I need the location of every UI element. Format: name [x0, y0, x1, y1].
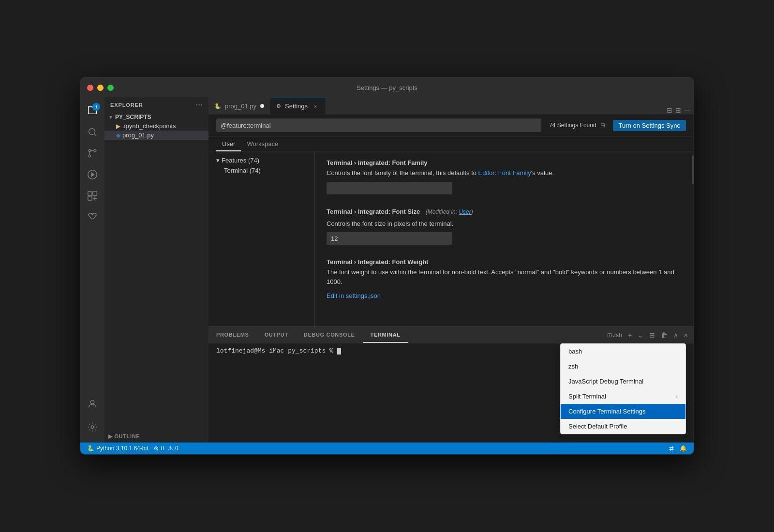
font-family-input-wrapper[interactable]	[327, 182, 452, 194]
activity-icon-account[interactable]	[83, 394, 102, 414]
sidebar-more-icon[interactable]: ···	[196, 101, 203, 109]
python-icon: 🐍	[87, 445, 94, 452]
terminal-tab-label: TERMINAL	[371, 332, 401, 338]
activity-bar: 1	[80, 97, 104, 443]
dropdown-item-zsh[interactable]: zsh	[561, 359, 685, 374]
filter-icon[interactable]: ⊟	[600, 122, 605, 129]
svg-rect-6	[88, 196, 92, 200]
explorer-badge: 1	[92, 103, 100, 111]
js-debug-label: JavaScript Debug Terminal	[568, 378, 643, 385]
tree-item-terminal[interactable]: Terminal (74)	[208, 165, 314, 176]
activity-icon-source-control[interactable]	[83, 144, 102, 163]
configure-label: Configure Terminal Settings	[568, 408, 645, 415]
scrollbar-track[interactable]	[690, 151, 694, 326]
activity-icon-extensions[interactable]	[83, 186, 102, 206]
tab-settings[interactable]: ⚙ Settings ×	[270, 98, 326, 114]
split-editor-icon[interactable]: ⊟	[667, 106, 672, 114]
settings-content: 74 Settings Found ⊟ Turn on Settings Syn…	[208, 115, 694, 326]
sidebar-item-ipynb[interactable]: ▶ .ipynb_checkpoints	[104, 121, 208, 131]
svg-point-7	[90, 400, 94, 404]
settings-search-input[interactable]	[221, 122, 537, 129]
settings-tab-icon: ⚙	[276, 103, 281, 109]
svg-rect-5	[93, 192, 97, 195]
setting-font-family-title: Terminal › Integrated: Font Family	[327, 159, 682, 166]
titlebar: Settings — py_scripts	[80, 78, 694, 97]
split-terminal-label: Split Terminal	[568, 393, 606, 400]
font-family-desc-after: 's value.	[531, 169, 554, 177]
setting-font-size-desc: Controls the font size in pixels of the …	[327, 219, 682, 229]
tab-prog01[interactable]: 🐍 prog_01.py	[208, 98, 270, 114]
activity-icon-explorer[interactable]: 1	[83, 101, 102, 120]
activity-icon-search[interactable]	[83, 122, 102, 142]
output-tab-label: OUTPUT	[265, 332, 288, 338]
activity-bottom	[83, 394, 102, 439]
more-actions-icon[interactable]: ···	[684, 106, 690, 114]
sidebar-header: Explorer ···	[104, 97, 208, 113]
settings-tab-workspace[interactable]: Workspace	[241, 136, 284, 151]
activity-icon-run[interactable]	[83, 165, 102, 184]
editor-layout-icon[interactable]: ⊞	[675, 106, 681, 114]
close-panel-button[interactable]: ×	[682, 330, 690, 340]
modified-indicator	[260, 104, 264, 108]
status-remote-icon[interactable]: ⇄	[666, 445, 677, 452]
maximize-button[interactable]	[107, 85, 114, 91]
svg-rect-4	[88, 192, 92, 195]
panel-tab-debug-console[interactable]: DEBUG CONSOLE	[296, 327, 363, 343]
status-errors[interactable]: ⊗ 0 ⚠ 0	[151, 445, 181, 452]
font-size-input-wrapper[interactable]	[327, 232, 452, 245]
terminal-shell-label: zsh	[613, 332, 622, 339]
modified-tag: (Modified in: User)	[424, 208, 473, 215]
settings-panel: Terminal › Integrated: Font Family Contr…	[315, 151, 694, 326]
dropdown-item-js-debug[interactable]: JavaScript Debug Terminal	[561, 374, 685, 389]
warning-count: 0	[175, 445, 179, 452]
settings-tabs: User Workspace	[208, 136, 694, 151]
panel-tab-terminal[interactable]: TERMINAL	[363, 327, 408, 343]
status-bar: 🐍 Python 3.10.1 64-bit ⊗ 0 ⚠ 0 ⇄ 🔔	[80, 443, 694, 454]
minimize-button[interactable]	[97, 85, 104, 91]
maximize-panel-button[interactable]: ∧	[671, 330, 680, 340]
activity-icon-testing[interactable]	[83, 207, 102, 227]
status-bell-icon[interactable]: 🔔	[677, 445, 690, 452]
settings-search-bar: 74 Settings Found ⊟ Turn on Settings Syn…	[208, 115, 694, 136]
settings-search-wrapper[interactable]	[216, 118, 541, 132]
sidebar-item-prog01[interactable]: ◆ prog_01.py	[104, 131, 208, 140]
folder-chevron-icon: ▼	[108, 115, 113, 120]
svg-point-0	[89, 129, 95, 135]
dropdown-item-select-default[interactable]: Select Default Profile	[561, 419, 685, 434]
problems-tab-label: PROBLEMS	[216, 332, 249, 338]
window-title: Settings — py_scripts	[357, 84, 417, 91]
setting-font-weight-desc: The font weight to use within the termin…	[327, 267, 682, 286]
tree-item-features[interactable]: ▾ Features (74)	[208, 155, 314, 165]
tabs-actions: ⊟ ⊞ ···	[663, 106, 694, 114]
modified-link[interactable]: User	[459, 208, 471, 215]
dropdown-item-configure[interactable]: Configure Terminal Settings	[561, 404, 685, 419]
font-size-input[interactable]	[331, 235, 448, 242]
main-layout: 1	[80, 97, 694, 443]
settings-tab-user[interactable]: User	[216, 136, 241, 151]
settings-sync-button[interactable]: Turn on Settings Sync	[613, 120, 686, 131]
tab-close-icon[interactable]: ×	[312, 103, 319, 110]
edit-in-settings-link[interactable]: Edit in settings.json	[327, 292, 381, 299]
features-chevron-icon: ▾	[216, 157, 220, 164]
python-version-label: Python 3.10.1 64-bit	[96, 445, 148, 452]
settings-tree: ▾ Features (74) Terminal (74)	[208, 151, 315, 326]
outline-section: ▶ OUTLINE	[104, 430, 208, 443]
activity-icon-manage[interactable]	[83, 417, 102, 437]
dropdown-item-bash[interactable]: bash	[561, 344, 685, 359]
status-python[interactable]: 🐍 Python 3.10.1 64-bit	[84, 445, 151, 452]
terminal-cursor	[337, 348, 341, 355]
close-button[interactable]	[87, 85, 93, 91]
panel-tab-problems[interactable]: PROBLEMS	[208, 327, 257, 343]
launch-profile-icon[interactable]: ⌄	[636, 330, 645, 340]
folder-label[interactable]: ▼ PY_SCRIPTS	[104, 113, 208, 121]
new-terminal-button[interactable]: +	[626, 330, 634, 340]
folder-name: PY_SCRIPTS	[115, 114, 151, 120]
font-family-link[interactable]: Editor: Font Family	[478, 169, 531, 177]
kill-terminal-button[interactable]: 🗑	[659, 330, 670, 340]
setting-font-weight-title: Terminal › Integrated: Font Weight	[327, 258, 682, 266]
panel-tab-output[interactable]: OUTPUT	[257, 327, 296, 343]
split-terminal-button[interactable]: ⊟	[647, 330, 657, 340]
dropdown-item-split-terminal[interactable]: Split Terminal ›	[561, 389, 685, 404]
font-family-input[interactable]	[331, 184, 448, 192]
sidebar-item-label: prog_01.py	[122, 132, 154, 139]
